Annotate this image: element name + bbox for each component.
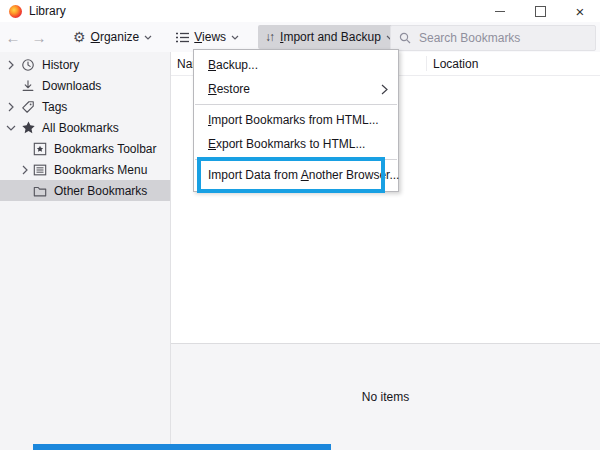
organize-label: Organize xyxy=(91,30,140,44)
menu-item-import-data-another-browser[interactable]: Import Data from Another Browser... xyxy=(194,163,398,187)
menu-list-icon xyxy=(32,162,48,178)
chevron-down-icon xyxy=(144,35,152,40)
menu-separator xyxy=(195,104,397,105)
sidebar-item-other-bookmarks[interactable]: Other Bookmarks xyxy=(0,180,170,201)
import-and-backup-button[interactable]: ↓↑ Import and Backup xyxy=(258,25,401,49)
sidebar-item-label: Other Bookmarks xyxy=(54,184,147,198)
empty-list-area: No items xyxy=(171,343,600,450)
sidebar-item-history[interactable]: History xyxy=(0,54,170,75)
menu-separator xyxy=(195,159,397,160)
sort-arrows-icon: ↓↑ xyxy=(265,30,273,44)
folder-icon xyxy=(32,183,48,199)
chevron-right-icon[interactable] xyxy=(4,102,18,112)
sidebar-item-tags[interactable]: Tags xyxy=(0,96,170,117)
star-icon xyxy=(20,120,36,136)
bottom-blue-bar xyxy=(33,444,331,450)
download-icon xyxy=(20,78,36,94)
sidebar-item-all-bookmarks[interactable]: All Bookmarks xyxy=(0,117,170,138)
sidebar-item-label: History xyxy=(42,58,79,72)
submenu-arrow-icon xyxy=(381,84,388,95)
window-controls: × xyxy=(480,0,600,22)
search-icon xyxy=(399,32,411,44)
import-and-backup-label: Import and Backup xyxy=(280,30,381,44)
column-header-location[interactable]: Location xyxy=(426,56,600,71)
views-list-icon xyxy=(176,32,189,43)
sidebar-item-bookmarks-menu[interactable]: Bookmarks Menu xyxy=(4,159,170,180)
gear-icon: ⚙ xyxy=(73,30,86,44)
menu-item-restore[interactable]: Restore xyxy=(194,77,398,101)
bookmarks-toolbar-icon xyxy=(32,141,48,157)
chevron-right-icon[interactable] xyxy=(4,60,18,70)
chevron-right-icon[interactable] xyxy=(18,165,32,175)
sidebar: History Downloads Tags All Bookmarks Boo… xyxy=(0,52,171,450)
chevron-down-icon xyxy=(231,35,239,40)
sidebar-item-label: All Bookmarks xyxy=(42,121,119,135)
close-button[interactable]: × xyxy=(560,0,600,22)
search-input[interactable] xyxy=(417,30,595,46)
window-title: Library xyxy=(29,4,66,18)
sidebar-item-label: Tags xyxy=(42,100,67,114)
clock-icon xyxy=(20,57,36,73)
minimize-icon xyxy=(495,11,505,12)
maximize-button[interactable] xyxy=(520,0,560,22)
forward-button[interactable]: → xyxy=(26,29,52,46)
chevron-down-icon[interactable] xyxy=(4,124,18,132)
sidebar-item-bookmarks-toolbar[interactable]: Bookmarks Toolbar xyxy=(0,138,170,159)
sidebar-item-label: Bookmarks Menu xyxy=(54,163,147,177)
sidebar-item-downloads[interactable]: Downloads xyxy=(0,75,170,96)
no-items-text: No items xyxy=(171,390,600,404)
firefox-logo-icon xyxy=(9,5,22,18)
organize-button[interactable]: ⚙ Organize xyxy=(66,25,159,49)
views-button[interactable]: Views xyxy=(169,25,246,49)
import-and-backup-menu: Backup... Restore Import Bookmarks from … xyxy=(193,49,399,192)
close-icon: × xyxy=(576,4,585,19)
minimize-button[interactable] xyxy=(480,0,520,22)
tag-icon xyxy=(20,99,36,115)
back-button[interactable]: ← xyxy=(0,29,26,46)
maximize-icon xyxy=(535,6,546,17)
menu-item-backup[interactable]: Backup... xyxy=(194,53,398,77)
menu-item-import-bookmarks-html[interactable]: Import Bookmarks from HTML... xyxy=(194,108,398,132)
views-label: Views xyxy=(194,30,226,44)
titlebar: Library × xyxy=(0,0,600,22)
search-box xyxy=(390,25,596,51)
library-window: Library × ← → ⚙ Organize Views xyxy=(0,0,600,450)
menu-item-export-bookmarks-html[interactable]: Export Bookmarks to HTML... xyxy=(194,132,398,156)
sidebar-item-label: Bookmarks Toolbar xyxy=(54,142,157,156)
sidebar-item-label: Downloads xyxy=(42,79,101,93)
